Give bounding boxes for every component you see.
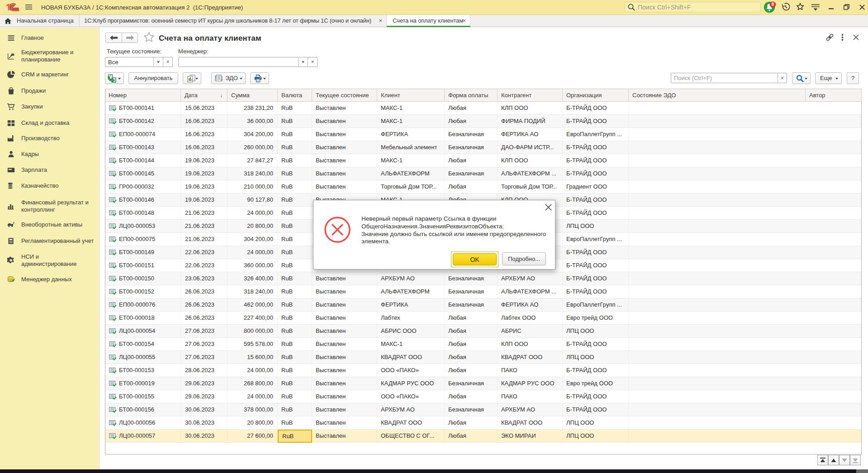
svg-text:8: 8 <box>772 1 774 7</box>
